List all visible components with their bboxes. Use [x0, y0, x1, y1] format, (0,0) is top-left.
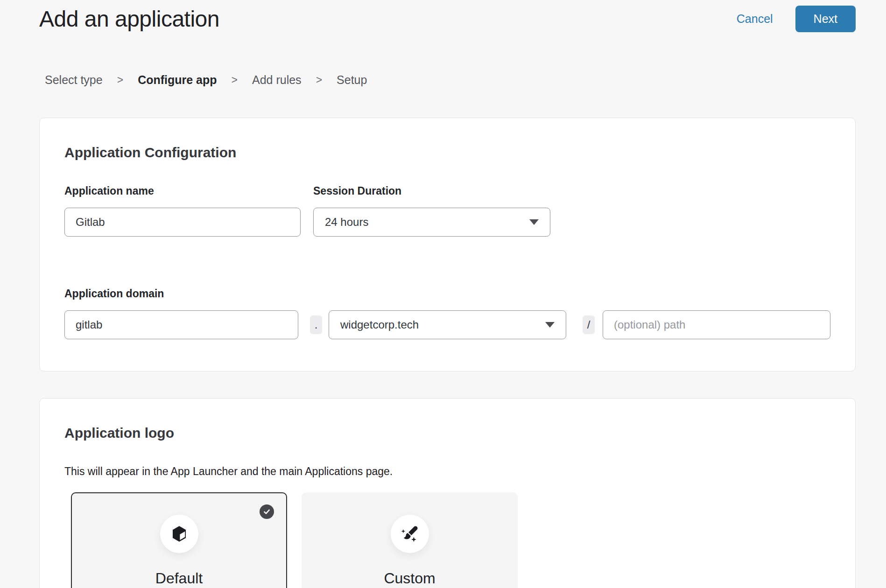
application-configuration-card: Application Configuration Application na… [39, 118, 856, 371]
application-name-field-group: Application name [64, 184, 301, 237]
custom-logo-circle [391, 515, 429, 553]
application-logo-description: This will appear in the App Launcher and… [64, 465, 830, 478]
slash-separator: / [583, 315, 595, 334]
name-session-row: Application name Session Duration 24 hou… [64, 184, 830, 237]
breadcrumb-step-configure-app[interactable]: Configure app [138, 73, 217, 87]
application-name-label: Application name [64, 184, 301, 197]
breadcrumb-step-select-type[interactable]: Select type [45, 73, 103, 87]
logo-option-custom[interactable]: Custom [302, 492, 518, 588]
cube-icon [169, 524, 189, 544]
breadcrumb-step-setup[interactable]: Setup [337, 73, 367, 87]
session-duration-label: Session Duration [313, 184, 550, 197]
session-duration-field-group: Session Duration 24 hours [313, 184, 550, 237]
check-icon [262, 507, 271, 516]
breadcrumb-separator: > [232, 74, 238, 86]
application-name-input[interactable] [64, 208, 301, 237]
selected-check-badge [260, 504, 274, 519]
dot-separator: . [310, 315, 322, 334]
session-duration-value: 24 hours [325, 216, 368, 229]
next-button[interactable]: Next [795, 6, 856, 32]
logo-option-label: Custom [384, 570, 435, 587]
session-duration-select[interactable]: 24 hours [313, 208, 550, 237]
path-input[interactable] [603, 310, 830, 339]
chevron-down-icon [545, 322, 555, 328]
logo-option-tiles: Default Custom [71, 492, 830, 588]
breadcrumb-separator: > [117, 74, 123, 86]
breadcrumb: Select type > Configure app > Add rules … [45, 73, 886, 87]
application-domain-row: . widgetcorp.tech / [64, 310, 830, 339]
breadcrumb-step-add-rules[interactable]: Add rules [252, 73, 302, 87]
application-logo-heading: Application logo [64, 425, 830, 441]
subdomain-input[interactable] [64, 310, 298, 339]
breadcrumb-separator: > [316, 74, 322, 86]
domain-value: widgetcorp.tech [340, 318, 419, 331]
application-configuration-heading: Application Configuration [64, 144, 830, 161]
domain-select[interactable]: widgetcorp.tech [329, 310, 566, 339]
chevron-down-icon [529, 219, 539, 225]
logo-option-default[interactable]: Default [71, 492, 287, 588]
cancel-button[interactable]: Cancel [737, 12, 773, 26]
application-domain-label: Application domain [64, 287, 830, 300]
header-actions: Cancel Next [737, 6, 856, 32]
page-title: Add an application [39, 6, 219, 32]
default-logo-circle [160, 515, 198, 553]
paintbrush-icon [400, 524, 420, 544]
logo-option-label: Default [155, 570, 203, 587]
application-logo-card: Application logo This will appear in the… [39, 398, 856, 588]
page-header: Add an application Cancel Next [0, 0, 886, 32]
